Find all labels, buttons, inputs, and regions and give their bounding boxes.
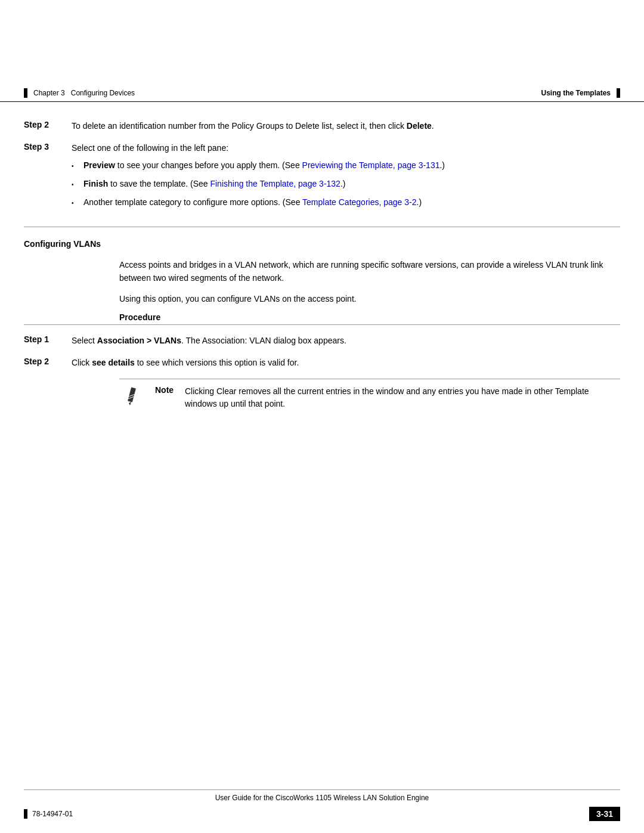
note-pencil-icon bbox=[119, 385, 143, 409]
step-3-label: Step 3 bbox=[24, 142, 72, 215]
svg-marker-1 bbox=[129, 402, 131, 405]
step-2-row: Step 2 To delete an identification numbe… bbox=[24, 120, 620, 132]
configuring-vlans-section: Configuring VLANs Access points and brid… bbox=[24, 239, 620, 411]
step-2-label: Step 2 bbox=[24, 120, 72, 132]
header-right-label: Using the Templates bbox=[541, 89, 611, 97]
finish-link[interactable]: Finishing the Template, page 3-132 bbox=[210, 179, 340, 188]
vlans-paragraph-2: Using this option, you can configure VLA… bbox=[119, 292, 620, 305]
note-row: Note Clicking Clear removes all the curr… bbox=[119, 379, 620, 411]
bullet-1-text: Preview to see your changes before you a… bbox=[83, 159, 445, 172]
header-right: Using the Templates bbox=[541, 88, 620, 98]
preview-link[interactable]: Previewing the Template, page 3-131 bbox=[302, 160, 440, 170]
bullet-dot-2: • bbox=[72, 180, 83, 190]
bullet-3: • Another template category to configure… bbox=[72, 196, 620, 209]
bullet-1: • Preview to see your changes before you… bbox=[72, 159, 620, 172]
main-content: Step 2 To delete an identification numbe… bbox=[0, 102, 644, 435]
note-content: Clicking Clear removes all the current e… bbox=[185, 385, 620, 410]
bullet-2-text: Finish to save the template. (See Finish… bbox=[83, 178, 345, 190]
top-divider bbox=[24, 227, 620, 227]
footer-left-bar bbox=[24, 809, 27, 819]
vlan-step-2-content: Click see details to see which versions … bbox=[72, 357, 620, 369]
page-number-box: 3-31 bbox=[589, 807, 620, 821]
step-3-bullet-list: • Preview to see your changes before you… bbox=[72, 159, 620, 209]
note-icon-container bbox=[119, 385, 149, 411]
configuring-vlans-heading: Configuring VLANs bbox=[24, 239, 620, 249]
preview-bold: Preview bbox=[83, 160, 115, 170]
note-label: Note bbox=[155, 385, 185, 395]
vlan-step-2-row: Step 2 Click see details to see which ve… bbox=[24, 357, 620, 369]
vlan-step-2-label: Step 2 bbox=[24, 357, 72, 369]
header-left: Chapter 3 Configuring Devices bbox=[24, 88, 135, 98]
see-details-bold: see details bbox=[92, 358, 135, 367]
bullet-dot-3: • bbox=[72, 199, 83, 209]
footer-doc-number: 78-14947-01 bbox=[32, 810, 73, 818]
bullet-dot-1: • bbox=[72, 162, 83, 172]
footer: User Guide for the CiscoWorks 1105 Wirel… bbox=[0, 789, 644, 833]
header-left-bar bbox=[24, 88, 27, 98]
template-categories-link[interactable]: Template Categories, page 3-2 bbox=[302, 197, 416, 207]
step-2-content: To delete an identification number from … bbox=[72, 120, 620, 132]
footer-bottom-left: 78-14947-01 bbox=[24, 809, 73, 819]
footer-bottom: 78-14947-01 3-31 bbox=[0, 804, 644, 833]
clear-bold: Clear bbox=[216, 386, 236, 396]
association-bold: Association > VLANs bbox=[97, 336, 181, 345]
procedure-heading: Procedure bbox=[119, 312, 620, 322]
vlans-paragraph-1: Access points and bridges in a VLAN netw… bbox=[119, 258, 620, 285]
header-right-bar bbox=[617, 88, 620, 98]
delete-bold: Delete bbox=[407, 121, 432, 131]
chapter-title: Configuring Devices bbox=[71, 89, 135, 97]
chapter-label: Chapter 3 bbox=[33, 89, 65, 97]
step-3-row: Step 3 Select one of the following in th… bbox=[24, 142, 620, 215]
header-bar: Chapter 3 Configuring Devices Using the … bbox=[0, 83, 644, 102]
procedure-divider bbox=[24, 324, 620, 325]
step-3-content: Select one of the following in the left … bbox=[72, 142, 620, 215]
vlan-step-1-label: Step 1 bbox=[24, 335, 72, 347]
footer-doc-title: User Guide for the CiscoWorks 1105 Wirel… bbox=[0, 790, 644, 804]
svg-rect-0 bbox=[128, 388, 136, 402]
vlan-step-1-content: Select Association > VLANs. The Associat… bbox=[72, 335, 620, 347]
finish-bold: Finish bbox=[83, 179, 108, 188]
bullet-2: • Finish to save the template. (See Fini… bbox=[72, 178, 620, 190]
bullet-3-text: Another template category to configure m… bbox=[83, 196, 422, 209]
vlan-step-1-row: Step 1 Select Association > VLANs. The A… bbox=[24, 335, 620, 347]
